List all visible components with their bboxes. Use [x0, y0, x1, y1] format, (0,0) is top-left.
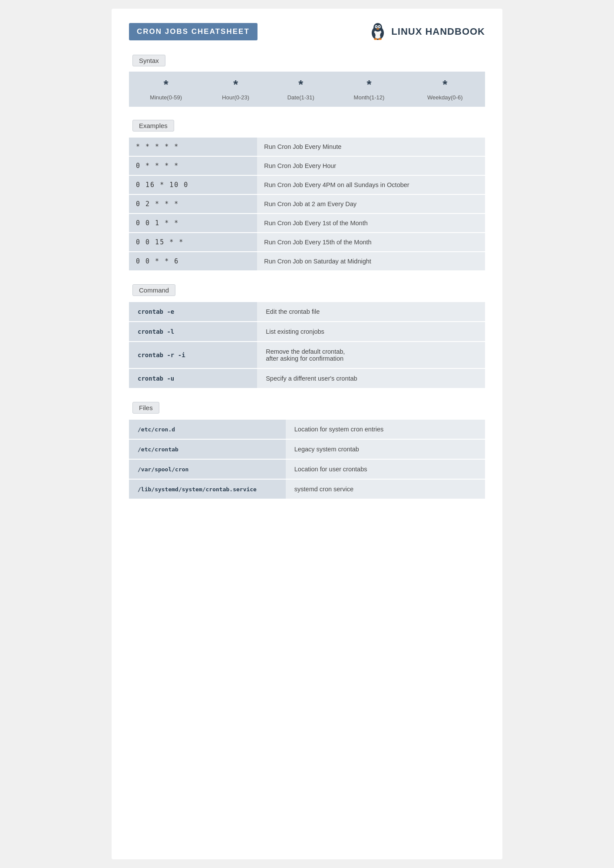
examples-row: 0 0 * * 6 Run Cron Job on Saturday at Mi…	[129, 252, 485, 270]
example-cmd: 0 * * * *	[129, 157, 257, 175]
page-title: CRON JOBS CHEATSHEET	[137, 27, 250, 36]
syntax-label-minute: Minute(0-59)	[129, 93, 203, 107]
star-5: *	[405, 72, 485, 93]
syntax-label-month: Month(1-12)	[333, 93, 405, 107]
example-desc: Run Cron Job on Saturday at Midnight	[257, 252, 485, 270]
files-table: /etc/cron.d Location for system cron ent…	[129, 419, 485, 500]
command-row: crontab -e Edit the crontab file	[129, 302, 485, 321]
examples-row: 0 2 * * * Run Cron Job at 2 am Every Day	[129, 195, 485, 213]
files-cmd: /etc/crontab	[129, 440, 286, 459]
svg-point-5	[376, 26, 377, 27]
examples-row: 0 0 1 * * Run Cron Job Every 1st of the …	[129, 214, 485, 232]
files-desc: Location for user crontabs	[286, 460, 485, 479]
example-cmd: 0 0 1 * *	[129, 214, 257, 232]
syntax-label: Syntax	[132, 55, 165, 66]
files-row: /var/spool/cron Location for user cronta…	[129, 460, 485, 479]
syntax-star-row: * * * * *	[129, 72, 485, 93]
examples-row: * * * * * Run Cron Job Every Minute	[129, 138, 485, 156]
command-cmd: crontab -l	[129, 322, 257, 341]
command-cmd: crontab -e	[129, 302, 257, 321]
files-desc: systemd cron service	[286, 480, 485, 499]
star-3: *	[268, 72, 333, 93]
command-table: crontab -e Edit the crontab file crontab…	[129, 301, 485, 389]
files-section: Files /etc/cron.d Location for system cr…	[129, 402, 485, 500]
example-cmd: 0 16 * 10 0	[129, 176, 257, 194]
example-cmd: 0 2 * * *	[129, 195, 257, 213]
command-desc: Edit the crontab file	[257, 302, 485, 321]
command-row: crontab -l List existing cronjobs	[129, 322, 485, 341]
files-row: /etc/cron.d Location for system cron ent…	[129, 420, 485, 439]
svg-point-7	[376, 28, 379, 30]
svg-point-2	[373, 23, 382, 32]
files-desc: Location for system cron entries	[286, 420, 485, 439]
example-desc: Run Cron Job Every Hour	[257, 157, 485, 175]
star-1: *	[129, 72, 203, 93]
files-desc: Legacy system crontab	[286, 440, 485, 459]
star-4: *	[333, 72, 405, 93]
example-cmd: 0 0 * * 6	[129, 252, 257, 270]
brand: LINUX HANDBOOK	[368, 22, 485, 42]
command-row: crontab -r -i Remove the default crontab…	[129, 342, 485, 368]
star-2: *	[203, 72, 268, 93]
syntax-label-hour: Hour(0-23)	[203, 93, 268, 107]
command-label: Command	[132, 284, 175, 296]
examples-section: Examples * * * * * Run Cron Job Every Mi…	[129, 120, 485, 271]
syntax-table: * * * * * Minute(0-59) Hour(0-23) Date(1…	[129, 72, 485, 107]
page-header: CRON JOBS CHEATSHEET LINUX HANDBOOK	[129, 22, 485, 42]
files-row: /lib/systemd/system/crontab.service syst…	[129, 480, 485, 499]
example-desc: Run Cron Job Every 15th of the Month	[257, 233, 485, 251]
command-desc: List existing cronjobs	[257, 322, 485, 341]
syntax-section: Syntax * * * * * Minute(0-59) Hour(0-23)…	[129, 55, 485, 107]
example-desc: Run Cron Job Every Minute	[257, 138, 485, 156]
files-row: /etc/crontab Legacy system crontab	[129, 440, 485, 459]
example-cmd: * * * * *	[129, 138, 257, 156]
files-label: Files	[132, 402, 159, 414]
files-cmd: /lib/systemd/system/crontab.service	[129, 480, 286, 499]
syntax-label-weekday: Weekday(0-6)	[405, 93, 485, 107]
example-desc: Run Cron Job at 2 am Every Day	[257, 195, 485, 213]
command-desc: Specify a different user's crontab	[257, 369, 485, 388]
brand-name: LINUX HANDBOOK	[391, 26, 485, 37]
syntax-label-date: Date(1-31)	[268, 93, 333, 107]
penguin-icon	[368, 22, 388, 42]
example-cmd: 0 0 15 * *	[129, 233, 257, 251]
example-desc: Run Cron Job Every 4PM on all Sundays in…	[257, 176, 485, 194]
command-desc: Remove the default crontab,after asking …	[257, 342, 485, 368]
svg-point-11	[378, 38, 382, 40]
files-cmd: /var/spool/cron	[129, 460, 286, 479]
examples-row: 0 0 15 * * Run Cron Job Every 15th of th…	[129, 233, 485, 251]
svg-point-6	[379, 26, 380, 27]
command-cmd: crontab -u	[129, 369, 257, 388]
command-section: Command crontab -e Edit the crontab file…	[129, 284, 485, 389]
files-cmd: /etc/cron.d	[129, 420, 286, 439]
syntax-label-row: Minute(0-59) Hour(0-23) Date(1-31) Month…	[129, 93, 485, 107]
command-row: crontab -u Specify a different user's cr…	[129, 369, 485, 388]
example-desc: Run Cron Job Every 1st of the Month	[257, 214, 485, 232]
examples-table: * * * * * Run Cron Job Every Minute 0 * …	[129, 137, 485, 271]
header-title-box: CRON JOBS CHEATSHEET	[129, 23, 257, 40]
command-cmd: crontab -r -i	[129, 342, 257, 368]
examples-label: Examples	[132, 120, 174, 132]
svg-point-10	[374, 38, 377, 40]
examples-row: 0 * * * * Run Cron Job Every Hour	[129, 157, 485, 175]
examples-row: 0 16 * 10 0 Run Cron Job Every 4PM on al…	[129, 176, 485, 194]
